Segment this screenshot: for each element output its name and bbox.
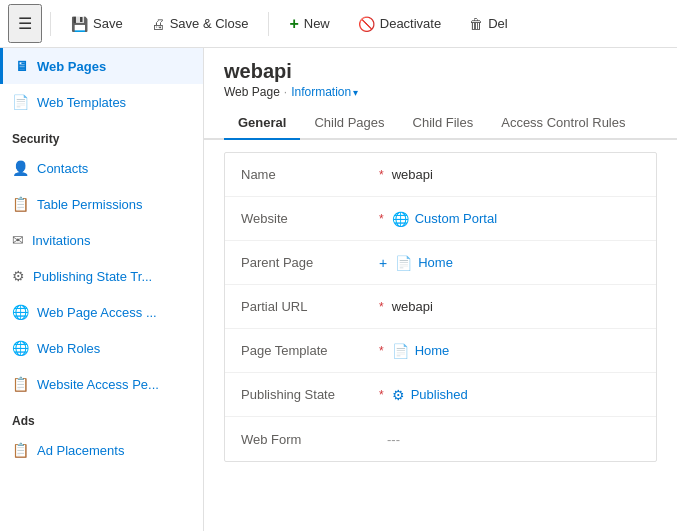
page-template-required-indicator: * — [379, 344, 384, 358]
contacts-icon: 👤 — [12, 160, 29, 176]
form-row-publishing-state: Publishing State * ⚙ Published — [225, 373, 656, 417]
sidebar-item-web-roles[interactable]: 🌐 Web Roles — [0, 330, 203, 366]
publishing-state-label: Publishing State — [241, 387, 371, 402]
toolbar-separator-1 — [50, 12, 51, 36]
sidebar-item-invitations-label: Invitations — [32, 233, 91, 248]
form-row-page-template: Page Template * 📄 Home — [225, 329, 656, 373]
website-value[interactable]: 🌐 Custom Portal — [392, 211, 497, 227]
breadcrumb-chevron-icon: ▾ — [353, 87, 358, 98]
tabs: General Child Pages Child Files Access C… — [204, 107, 677, 140]
save-close-icon: 🖨 — [151, 16, 165, 32]
web-pages-icon: 🖥 — [15, 58, 29, 74]
main-layout: 🖥 Web Pages 📄 Web Templates Security 👤 C… — [0, 48, 677, 531]
deactivate-label: Deactivate — [380, 16, 441, 31]
save-close-button[interactable]: 🖨 Save & Close — [139, 10, 261, 38]
form-row-web-form: Web Form --- — [225, 417, 656, 461]
breadcrumb: Web Page · Information ▾ — [224, 85, 657, 99]
breadcrumb-page: Web Page — [224, 85, 280, 99]
page-header: webapi Web Page · Information ▾ — [204, 48, 677, 107]
web-form-label: Web Form — [241, 432, 371, 447]
save-label: Save — [93, 16, 123, 31]
website-access-pe-icon: 📋 — [12, 376, 29, 392]
deactivate-button[interactable]: 🚫 Deactivate — [346, 10, 453, 38]
sidebar-item-web-templates[interactable]: 📄 Web Templates — [0, 84, 203, 120]
publishing-state-value[interactable]: ⚙ Published — [392, 387, 468, 403]
page-template-label: Page Template — [241, 343, 371, 358]
parent-page-icon: 📄 — [395, 255, 412, 271]
parent-page-required-indicator: + — [379, 255, 387, 271]
sidebar-item-web-pages-label: Web Pages — [37, 59, 106, 74]
sidebar-item-ad-placements[interactable]: 📋 Ad Placements — [0, 432, 203, 468]
sidebar-item-web-page-access[interactable]: 🌐 Web Page Access ... — [0, 294, 203, 330]
save-button[interactable]: 💾 Save — [59, 10, 135, 38]
partial-url-value: webapi — [392, 299, 433, 314]
form-row-partial-url: Partial URL * webapi — [225, 285, 656, 329]
security-section-title: Security — [0, 120, 203, 150]
form-row-website: Website * 🌐 Custom Portal — [225, 197, 656, 241]
form-card: Name * webapi Website * 🌐 Custom Portal … — [224, 152, 657, 462]
sidebar-item-website-access-pe-label: Website Access Pe... — [37, 377, 159, 392]
deactivate-icon: 🚫 — [358, 16, 375, 32]
web-form-value: --- — [387, 432, 400, 447]
new-button[interactable]: + New — [277, 9, 341, 39]
publishing-state-required-indicator: * — [379, 388, 384, 402]
sidebar-item-web-page-access-label: Web Page Access ... — [37, 305, 157, 320]
sidebar-item-table-permissions[interactable]: 📋 Table Permissions — [0, 186, 203, 222]
sidebar-item-contacts[interactable]: 👤 Contacts — [0, 150, 203, 186]
sidebar-item-table-permissions-label: Table Permissions — [37, 197, 143, 212]
new-icon: + — [289, 15, 298, 33]
name-value: webapi — [392, 167, 433, 182]
partial-url-label: Partial URL — [241, 299, 371, 314]
sidebar-item-web-pages[interactable]: 🖥 Web Pages — [0, 48, 203, 84]
tab-general[interactable]: General — [224, 107, 300, 140]
website-required-indicator: * — [379, 212, 384, 226]
page-template-value[interactable]: 📄 Home — [392, 343, 450, 359]
website-globe-icon: 🌐 — [392, 211, 409, 227]
table-permissions-icon: 📋 — [12, 196, 29, 212]
toolbar-separator-2 — [268, 12, 269, 36]
form-area: Name * webapi Website * 🌐 Custom Portal … — [204, 140, 677, 462]
parent-page-label: Parent Page — [241, 255, 371, 270]
save-close-label: Save & Close — [170, 16, 249, 31]
sidebar-item-contacts-label: Contacts — [37, 161, 88, 176]
form-row-parent-page: Parent Page + 📄 Home — [225, 241, 656, 285]
tab-child-pages[interactable]: Child Pages — [300, 107, 398, 140]
ads-section-title: Ads — [0, 402, 203, 432]
hamburger-button[interactable]: ☰ — [8, 4, 42, 43]
page-title: webapi — [224, 60, 657, 83]
parent-page-value[interactable]: 📄 Home — [395, 255, 453, 271]
sidebar-item-invitations[interactable]: ✉ Invitations — [0, 222, 203, 258]
content-area: webapi Web Page · Information ▾ General … — [204, 48, 677, 531]
sidebar-item-ad-placements-label: Ad Placements — [37, 443, 124, 458]
invitations-icon: ✉ — [12, 232, 24, 248]
publishing-state-icon: ⚙ — [392, 387, 405, 403]
sidebar-item-website-access-pe[interactable]: 📋 Website Access Pe... — [0, 366, 203, 402]
web-roles-icon: 🌐 — [12, 340, 29, 356]
delete-icon: 🗑 — [469, 16, 483, 32]
sidebar-item-publishing-state-tr-label: Publishing State Tr... — [33, 269, 152, 284]
name-label: Name — [241, 167, 371, 182]
delete-button[interactable]: 🗑 Del — [457, 10, 520, 38]
publishing-state-tr-icon: ⚙ — [12, 268, 25, 284]
sidebar-item-web-templates-label: Web Templates — [37, 95, 126, 110]
partial-url-required-indicator: * — [379, 300, 384, 314]
sidebar: 🖥 Web Pages 📄 Web Templates Security 👤 C… — [0, 48, 204, 531]
web-page-access-icon: 🌐 — [12, 304, 29, 320]
website-label: Website — [241, 211, 371, 226]
breadcrumb-section-label: Information — [291, 85, 351, 99]
breadcrumb-separator: · — [284, 85, 287, 99]
page-template-icon: 📄 — [392, 343, 409, 359]
ad-placements-icon: 📋 — [12, 442, 29, 458]
breadcrumb-section[interactable]: Information ▾ — [291, 85, 358, 99]
web-templates-icon: 📄 — [12, 94, 29, 110]
tab-child-files[interactable]: Child Files — [399, 107, 488, 140]
sidebar-item-web-roles-label: Web Roles — [37, 341, 100, 356]
del-label: Del — [488, 16, 508, 31]
sidebar-item-publishing-state-tr[interactable]: ⚙ Publishing State Tr... — [0, 258, 203, 294]
save-icon: 💾 — [71, 16, 88, 32]
name-required-indicator: * — [379, 168, 384, 182]
form-row-name: Name * webapi — [225, 153, 656, 197]
tab-access-control-rules[interactable]: Access Control Rules — [487, 107, 639, 140]
toolbar: ☰ 💾 Save 🖨 Save & Close + New 🚫 Deactiva… — [0, 0, 677, 48]
new-label: New — [304, 16, 330, 31]
